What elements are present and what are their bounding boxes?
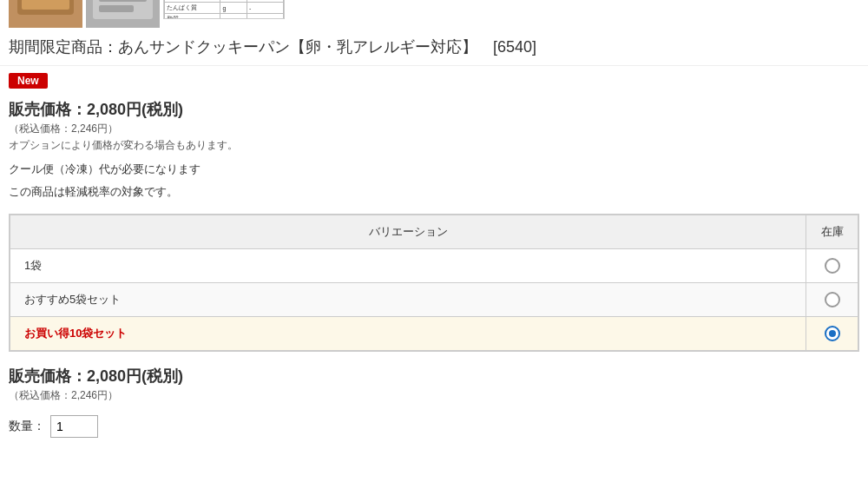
bottom-price-section: 販売価格：2,080円(税別) （税込価格：2,246円） bbox=[0, 362, 868, 406]
stock-header: 在庫 bbox=[806, 215, 858, 249]
price-label: 販売価格： bbox=[9, 101, 87, 118]
variation-name-2: おすすめ5袋セット bbox=[10, 283, 806, 317]
product-title: 期間限定商品：あんサンドクッキーパン【卵・乳アレルギー対応】 [6540] bbox=[0, 28, 868, 66]
table-row: 1袋 bbox=[10, 249, 858, 283]
price-section: 販売価格：2,080円(税別) （税込価格：2,246円） オプションにより価格… bbox=[0, 96, 868, 158]
nutrition-table: 栄養成分表示 名称単位チップ カロリーcal- たんぱく質g- 脂質g- bbox=[163, 0, 285, 19]
cool-delivery-note: クール便（冷凍）代が必要になります bbox=[0, 158, 868, 181]
radio-button-1[interactable] bbox=[825, 258, 840, 274]
variation-header: バリエーション bbox=[10, 215, 806, 249]
new-badge: New bbox=[9, 73, 48, 89]
product-thumbnail-2[interactable] bbox=[86, 0, 160, 28]
svg-rect-7 bbox=[99, 0, 147, 2]
price-value: 2,080円(税別) bbox=[87, 101, 183, 118]
bottom-price-tax: （税込価格：2,246円） bbox=[9, 388, 859, 403]
bottom-price-main: 販売価格：2,080円(税別) bbox=[9, 366, 859, 387]
bottom-price-label: 販売価格： bbox=[9, 367, 87, 385]
table-row: おすすめ5袋セット bbox=[10, 283, 858, 317]
radio-button-2[interactable] bbox=[825, 292, 840, 307]
variation-table: バリエーション 在庫 1袋 おすすめ5袋セット bbox=[10, 215, 858, 351]
top-images: 栄養成分表示 名称単位チップ カロリーcal- たんぱく質g- 脂質g- bbox=[0, 0, 868, 28]
svg-rect-3 bbox=[22, 0, 69, 10]
bottom-price-value: 2,080円(税別) bbox=[87, 367, 183, 385]
price-note: オプションにより価格が変わる場合もあります。 bbox=[9, 138, 859, 153]
variation-radio-2[interactable] bbox=[806, 283, 858, 317]
quantity-input[interactable] bbox=[50, 415, 98, 438]
table-row: お買い得10袋セット bbox=[10, 317, 858, 351]
variation-name-1: 1袋 bbox=[10, 249, 806, 283]
quantity-row: 数量： bbox=[0, 406, 868, 446]
price-tax-included: （税込価格：2,246円） bbox=[9, 122, 859, 136]
page-wrapper: 栄養成分表示 名称単位チップ カロリーcal- たんぱく質g- 脂質g- 期間限… bbox=[0, 0, 868, 489]
variation-radio-3[interactable] bbox=[806, 317, 858, 351]
variation-radio-1[interactable] bbox=[806, 249, 858, 283]
variation-name-3: お買い得10袋セット bbox=[10, 317, 806, 351]
variation-table-wrapper: バリエーション 在庫 1袋 おすすめ5袋セット bbox=[9, 214, 859, 352]
product-thumbnail-1[interactable] bbox=[9, 0, 82, 28]
svg-rect-8 bbox=[99, 5, 134, 12]
radio-button-3[interactable] bbox=[825, 326, 840, 341]
tax-rate-note: この商品は軽減税率の対象です。 bbox=[0, 181, 868, 203]
price-main: 販売価格：2,080円(税別) bbox=[9, 99, 859, 120]
quantity-label: 数量： bbox=[9, 419, 45, 434]
